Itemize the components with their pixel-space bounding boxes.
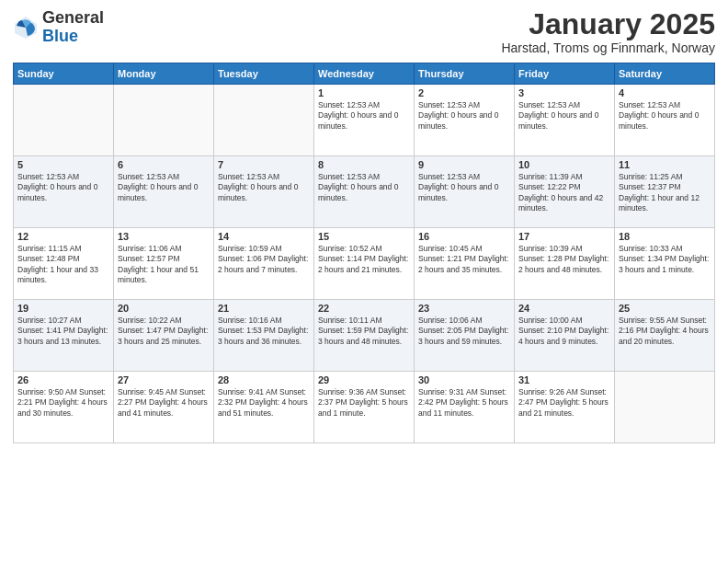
- col-monday: Monday: [114, 63, 214, 85]
- day-info: Sunrise: 11:15 AM Sunset: 12:48 PM Dayli…: [17, 244, 109, 286]
- table-row: 4Sunset: 12:53 AM Daylight: 0 hours and …: [615, 85, 715, 156]
- col-friday: Friday: [515, 63, 615, 85]
- calendar-week-0: 1Sunset: 12:53 AM Daylight: 0 hours and …: [14, 85, 715, 156]
- day-info: Sunrise: 10:52 AM Sunset: 1:14 PM Daylig…: [318, 244, 410, 275]
- day-info: Sunrise: 11:06 AM Sunset: 12:57 PM Dayli…: [118, 244, 210, 286]
- day-number: 8: [318, 159, 410, 170]
- table-row: 15Sunrise: 10:52 AM Sunset: 1:14 PM Dayl…: [314, 228, 415, 300]
- day-number: 20: [118, 303, 210, 314]
- table-row: 29Sunrise: 9:36 AM Sunset: 2:37 PM Dayli…: [314, 372, 415, 443]
- calendar-week-4: 26Sunrise: 9:50 AM Sunset: 2:21 PM Dayli…: [14, 372, 715, 443]
- table-row: 26Sunrise: 9:50 AM Sunset: 2:21 PM Dayli…: [14, 372, 114, 443]
- table-row: 8Sunset: 12:53 AM Daylight: 0 hours and …: [314, 156, 415, 228]
- day-number: 17: [518, 231, 610, 242]
- day-info: Sunrise: 10:06 AM Sunset: 2:05 PM Daylig…: [418, 316, 510, 347]
- day-info: Sunrise: 9:50 AM Sunset: 2:21 PM Dayligh…: [17, 387, 109, 419]
- table-row: 2Sunset: 12:53 AM Daylight: 0 hours and …: [415, 85, 515, 156]
- day-info: Sunrise: 10:16 AM Sunset: 1:53 PM Daylig…: [218, 316, 310, 347]
- day-number: 1: [318, 87, 410, 98]
- day-info: Sunrise: 10:39 AM Sunset: 1:28 PM Daylig…: [518, 244, 610, 275]
- location-text: Harstad, Troms og Finnmark, Norway: [501, 40, 715, 55]
- day-info: Sunrise: 10:22 AM Sunset: 1:47 PM Daylig…: [118, 316, 210, 347]
- table-row: 13Sunrise: 11:06 AM Sunset: 12:57 PM Day…: [114, 228, 214, 300]
- day-info: Sunrise: 9:26 AM Sunset: 2:47 PM Dayligh…: [518, 387, 610, 419]
- day-number: 11: [619, 159, 711, 170]
- table-row: 14Sunrise: 10:59 AM Sunset: 1:06 PM Dayl…: [214, 228, 314, 300]
- day-info: Sunrise: 10:00 AM Sunset: 2:10 PM Daylig…: [518, 316, 610, 347]
- table-row: [615, 372, 715, 443]
- day-number: 7: [218, 159, 310, 170]
- day-number: 27: [118, 374, 210, 385]
- col-tuesday: Tuesday: [214, 63, 314, 85]
- table-row: 12Sunrise: 11:15 AM Sunset: 12:48 PM Day…: [14, 228, 114, 300]
- day-number: 4: [619, 87, 711, 98]
- day-info: Sunrise: 10:33 AM Sunset: 1:34 PM Daylig…: [619, 244, 711, 275]
- table-row: 22Sunrise: 10:11 AM Sunset: 1:59 PM Dayl…: [314, 300, 415, 372]
- day-number: 12: [17, 231, 109, 242]
- day-info: Sunset: 12:53 AM Daylight: 0 hours and 0…: [218, 172, 310, 203]
- table-row: 1Sunset: 12:53 AM Daylight: 0 hours and …: [314, 85, 415, 156]
- day-number: 6: [118, 159, 210, 170]
- logo-icon: [13, 15, 39, 40]
- table-row: 23Sunrise: 10:06 AM Sunset: 2:05 PM Dayl…: [415, 300, 515, 372]
- day-number: 24: [518, 303, 610, 314]
- day-info: Sunrise: 10:59 AM Sunset: 1:06 PM Daylig…: [218, 244, 310, 275]
- day-info: Sunrise: 10:45 AM Sunset: 1:21 PM Daylig…: [418, 244, 510, 275]
- day-number: 23: [418, 303, 510, 314]
- table-row: 7Sunset: 12:53 AM Daylight: 0 hours and …: [214, 156, 314, 228]
- day-number: 10: [518, 159, 610, 170]
- page-container: General Blue January 2025 Harstad, Troms…: [0, 0, 728, 563]
- day-number: 14: [218, 231, 310, 242]
- table-row: [14, 85, 114, 156]
- day-number: 13: [118, 231, 210, 242]
- day-number: 5: [17, 159, 109, 170]
- day-number: 26: [17, 374, 109, 385]
- logo: General Blue: [13, 9, 104, 46]
- day-number: 9: [418, 159, 510, 170]
- table-row: 19Sunrise: 10:27 AM Sunset: 1:41 PM Dayl…: [14, 300, 114, 372]
- day-number: 15: [318, 231, 410, 242]
- day-number: 22: [318, 303, 410, 314]
- col-sunday: Sunday: [14, 63, 114, 85]
- day-info: Sunset: 12:53 AM Daylight: 0 hours and 0…: [118, 172, 210, 203]
- logo-blue-text: Blue: [42, 27, 78, 45]
- day-number: 3: [518, 87, 610, 98]
- day-info: Sunset: 12:53 AM Daylight: 0 hours and 0…: [318, 100, 410, 132]
- day-number: 28: [218, 374, 310, 385]
- calendar-header-row: Sunday Monday Tuesday Wednesday Thursday…: [14, 63, 715, 85]
- col-thursday: Thursday: [415, 63, 515, 85]
- table-row: 16Sunrise: 10:45 AM Sunset: 1:21 PM Dayl…: [415, 228, 515, 300]
- logo-general-text: General: [42, 8, 104, 27]
- day-info: Sunset: 12:53 AM Daylight: 0 hours and 0…: [518, 100, 610, 132]
- table-row: [114, 85, 214, 156]
- day-number: 31: [518, 374, 610, 385]
- day-info: Sunrise: 9:55 AM Sunset: 2:16 PM Dayligh…: [619, 316, 711, 347]
- table-row: 25Sunrise: 9:55 AM Sunset: 2:16 PM Dayli…: [615, 300, 715, 372]
- month-title: January 2025: [501, 9, 715, 39]
- day-info: Sunrise: 9:36 AM Sunset: 2:37 PM Dayligh…: [318, 387, 410, 419]
- table-row: 24Sunrise: 10:00 AM Sunset: 2:10 PM Dayl…: [515, 300, 615, 372]
- table-row: [214, 85, 314, 156]
- title-block: January 2025 Harstad, Troms og Finnmark,…: [501, 9, 715, 55]
- col-wednesday: Wednesday: [314, 63, 415, 85]
- day-info: Sunrise: 9:45 AM Sunset: 2:27 PM Dayligh…: [118, 387, 210, 419]
- calendar-week-1: 5Sunset: 12:53 AM Daylight: 0 hours and …: [14, 156, 715, 228]
- calendar-table: Sunday Monday Tuesday Wednesday Thursday…: [13, 63, 715, 443]
- table-row: 9Sunset: 12:53 AM Daylight: 0 hours and …: [415, 156, 515, 228]
- day-info: Sunset: 12:53 AM Daylight: 0 hours and 0…: [418, 100, 510, 132]
- day-info: Sunrise: 10:27 AM Sunset: 1:41 PM Daylig…: [17, 316, 109, 347]
- day-info: Sunrise: 10:11 AM Sunset: 1:59 PM Daylig…: [318, 316, 410, 347]
- table-row: 10Sunrise: 11:39 AM Sunset: 12:22 PM Day…: [515, 156, 615, 228]
- day-info: Sunset: 12:53 AM Daylight: 0 hours and 0…: [17, 172, 109, 203]
- calendar-week-2: 12Sunrise: 11:15 AM Sunset: 12:48 PM Day…: [14, 228, 715, 300]
- day-info: Sunrise: 11:25 AM Sunset: 12:37 PM Dayli…: [619, 172, 711, 214]
- table-row: 3Sunset: 12:53 AM Daylight: 0 hours and …: [515, 85, 615, 156]
- table-row: 28Sunrise: 9:41 AM Sunset: 2:32 PM Dayli…: [214, 372, 314, 443]
- table-row: 6Sunset: 12:53 AM Daylight: 0 hours and …: [114, 156, 214, 228]
- table-row: 5Sunset: 12:53 AM Daylight: 0 hours and …: [14, 156, 114, 228]
- day-number: 21: [218, 303, 310, 314]
- table-row: 20Sunrise: 10:22 AM Sunset: 1:47 PM Dayl…: [114, 300, 214, 372]
- page-header: General Blue January 2025 Harstad, Troms…: [13, 9, 715, 55]
- table-row: 17Sunrise: 10:39 AM Sunset: 1:28 PM Dayl…: [515, 228, 615, 300]
- day-number: 19: [17, 303, 109, 314]
